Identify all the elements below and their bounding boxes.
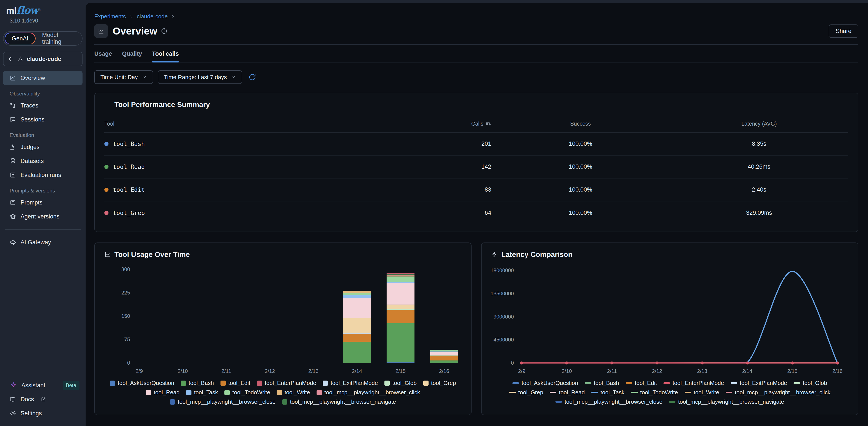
eval-runs-icon xyxy=(10,172,16,178)
legend-swatch xyxy=(110,380,115,386)
mlflow-logo: mlflow™ xyxy=(6,5,41,15)
legend-label: tool_Read xyxy=(154,389,180,396)
col-calls[interactable]: Calls xyxy=(417,117,491,133)
legend-item[interactable]: tool_Grep xyxy=(423,380,456,387)
svg-text:150: 150 xyxy=(121,313,130,319)
sidebar-item-datasets[interactable]: Datasets xyxy=(3,154,83,168)
sidebar-item-ai-gateway[interactable]: AI Gateway xyxy=(3,235,83,249)
sidebar-item-overview[interactable]: Overview xyxy=(3,71,83,85)
legend-item[interactable]: tool_Read xyxy=(550,389,585,396)
sidebar-item-agent-versions[interactable]: Agent versions xyxy=(3,209,83,224)
legend-label: tool_AskUserQuestion xyxy=(522,380,578,387)
tool-name: tool_Bash xyxy=(113,140,145,147)
sidebar-item-assistant[interactable]: AssistantBeta xyxy=(3,378,83,392)
app-version: 3.10.1.dev0 xyxy=(6,15,41,24)
sidebar-item-traces[interactable]: Traces xyxy=(3,98,83,113)
chart-line-icon xyxy=(104,251,111,258)
tool-performance-card: Tool Performance Summary Tool Calls Succ… xyxy=(94,93,858,232)
toggle-genai[interactable]: GenAI xyxy=(5,33,36,44)
mode-toggle: GenAI Model training xyxy=(3,31,83,46)
legend-item[interactable]: tool_mcp__playwright__browser_click xyxy=(316,389,420,396)
sidebar-item-label: Judges xyxy=(21,144,39,150)
legend-swatch xyxy=(423,380,429,386)
svg-text:75: 75 xyxy=(124,336,130,342)
legend-item[interactable]: tool_Glob xyxy=(794,380,827,387)
sidebar-item-prompts[interactable]: Prompts xyxy=(3,196,83,209)
sidebar-item-judges[interactable]: Judges xyxy=(3,140,83,154)
legend-swatch xyxy=(626,382,632,384)
svg-text:2/10: 2/10 xyxy=(178,368,188,374)
svg-text:2/12: 2/12 xyxy=(265,368,275,374)
share-button[interactable]: Share xyxy=(829,25,858,38)
legend-item[interactable]: tool_mcp__playwright__browser_click xyxy=(726,389,831,396)
legend-item[interactable]: tool_Edit xyxy=(220,380,250,387)
legend-item[interactable]: tool_TodoWrite xyxy=(631,389,678,396)
sidebar-item-label: Traces xyxy=(21,102,38,109)
sidebar-item-docs[interactable]: Docs xyxy=(3,392,83,406)
legend-item[interactable]: tool_mcp__playwright__browser_close xyxy=(555,398,662,405)
sidebar: mlflow™ 3.10.1.dev0 GenAI Model training… xyxy=(0,0,86,426)
legend-item[interactable]: tool_ExitPlanMode xyxy=(323,380,378,387)
sidebar-item-evaluation-runs[interactable]: Evaluation runs xyxy=(3,168,83,182)
legend-item[interactable]: tool_Bash xyxy=(181,380,214,387)
legend-item[interactable]: tool_Task xyxy=(591,389,625,396)
svg-text:2/15: 2/15 xyxy=(787,368,798,374)
breadcrumb-claude-code[interactable]: claude-code xyxy=(137,13,168,20)
legend-item[interactable]: tool_AskUserQuestion xyxy=(110,380,174,387)
cloud-icon xyxy=(10,239,16,246)
legend-item[interactable]: tool_Bash xyxy=(585,380,619,387)
legend-item[interactable]: tool_TodoWrite xyxy=(224,389,270,396)
svg-text:225: 225 xyxy=(121,290,130,295)
legend-item[interactable]: tool_Write xyxy=(277,389,310,396)
time-unit-dropdown[interactable]: Time Unit: Day xyxy=(94,70,153,84)
legend-item[interactable]: tool_mcp__playwright__browser_close xyxy=(170,398,276,405)
legend-item[interactable]: tool_mcp__playwright__browser_navigate xyxy=(669,398,784,405)
back-arrow-icon[interactable] xyxy=(8,56,14,62)
legend-label: tool_mcp__playwright__browser_navigate xyxy=(290,398,396,405)
legend-label: tool_Read xyxy=(559,389,585,396)
tab-usage[interactable]: Usage xyxy=(94,51,112,62)
sidebar-item-label: Assistant xyxy=(21,382,45,389)
legend-item[interactable]: tool_Read xyxy=(146,389,180,396)
legend-item[interactable]: tool_EnterPlanMode xyxy=(663,380,724,387)
breadcrumb: Experiments claude-code xyxy=(94,13,858,20)
legend-item[interactable]: tool_mcp__playwright__browser_navigate xyxy=(282,398,396,405)
nav-section-label: Observability xyxy=(10,91,83,97)
legend-item[interactable]: tool_AskUserQuestion xyxy=(513,380,578,387)
legend-item[interactable]: tool_Grep xyxy=(509,389,543,396)
legend-label: tool_mcp__playwright__browser_navigate xyxy=(678,398,784,405)
legend-item[interactable]: tool_Write xyxy=(685,389,719,396)
experiment-selector[interactable]: claude-code xyxy=(3,52,83,66)
time-range-dropdown[interactable]: Time Range: Last 7 days xyxy=(158,70,242,84)
sidebar-item-settings[interactable]: Settings xyxy=(3,406,83,420)
tab-tool-calls[interactable]: Tool calls xyxy=(152,51,179,62)
info-icon[interactable] xyxy=(161,28,167,34)
tool-usage-chart-card: Tool Usage Over Time 0751502253002/92/10… xyxy=(94,243,471,415)
legend-label: tool_Glob xyxy=(392,380,416,387)
legend-item[interactable]: tool_ExitPlanMode xyxy=(731,380,787,387)
sidebar-item-sessions[interactable]: Sessions xyxy=(3,113,83,126)
tool-color-dot xyxy=(104,211,108,215)
sort-desc-icon[interactable] xyxy=(486,121,491,127)
legend-swatch xyxy=(513,382,519,384)
legend-swatch xyxy=(685,392,691,393)
legend-item[interactable]: tool_Edit xyxy=(626,380,657,387)
calls-value: 64 xyxy=(417,201,491,224)
legend-item[interactable]: tool_EnterPlanMode xyxy=(257,380,316,387)
legend-item[interactable]: tool_Task xyxy=(186,389,218,396)
breadcrumb-experiments[interactable]: Experiments xyxy=(94,13,126,20)
tab-quality[interactable]: Quality xyxy=(122,51,142,62)
svg-text:2/10: 2/10 xyxy=(562,368,572,374)
legend-swatch xyxy=(277,390,282,395)
latency-value: 8.35s xyxy=(670,133,848,155)
beta-badge: Beta xyxy=(63,381,80,390)
legend-item[interactable]: tool_Glob xyxy=(384,380,416,387)
toggle-model-training[interactable]: Model training xyxy=(36,32,81,45)
latency-line-chart: 04500000900000013500000180000002/92/102/… xyxy=(491,260,848,378)
latency-value: 40.26ms xyxy=(670,155,848,178)
refresh-icon[interactable] xyxy=(248,73,256,81)
legend-swatch xyxy=(170,399,175,405)
legend-swatch xyxy=(631,392,638,393)
database-icon xyxy=(10,158,16,164)
success-value: 100.00% xyxy=(491,155,670,178)
